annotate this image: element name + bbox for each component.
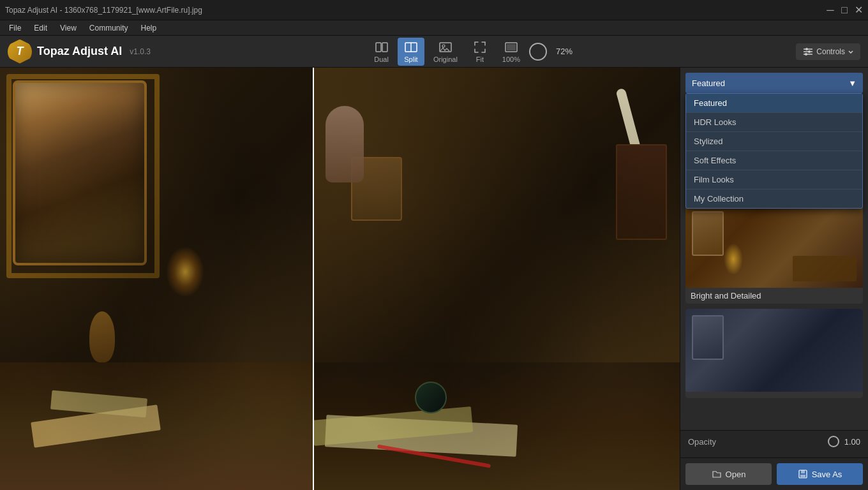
controls-icon xyxy=(802,46,814,57)
filter-card-bright-detailed[interactable]: Bright and Detailed xyxy=(685,205,863,304)
filter-dropdown-button[interactable]: Featured ▼ xyxy=(685,73,863,93)
view-original-button[interactable]: Original xyxy=(427,38,464,66)
dual-label: Dual xyxy=(374,56,389,63)
painting-overlay-left xyxy=(0,68,313,490)
right-panel: Featured ▼ Featured HDR Looks Stylized S… xyxy=(680,68,868,490)
close-button[interactable]: ✕ xyxy=(854,6,863,15)
opacity-label: Opacity xyxy=(688,437,716,447)
app-title: Topaz Adjust AI xyxy=(37,45,122,58)
toolbar-left: T Topaz Adjust AI v1.0.3 xyxy=(8,40,151,64)
controls-button[interactable]: Controls xyxy=(796,43,860,60)
filter-dropdown-wrapper: Featured ▼ Featured HDR Looks Stylized S… xyxy=(680,68,868,98)
opacity-value: 1.00 xyxy=(844,437,860,447)
candle-glow-preview-2 xyxy=(724,243,743,275)
view-split-button[interactable]: Split xyxy=(398,38,424,66)
dropdown-option-film-looks[interactable]: Film Looks xyxy=(686,170,862,189)
dual-icon xyxy=(375,40,389,54)
app-version: v1.0.3 xyxy=(130,47,151,56)
dropdown-option-my-collection[interactable]: My Collection xyxy=(686,189,862,208)
svg-point-11 xyxy=(808,50,811,53)
svg-rect-15 xyxy=(801,470,805,473)
split-label: Split xyxy=(404,56,417,63)
menu-edit[interactable]: Edit xyxy=(27,22,54,34)
tone-circle-button[interactable] xyxy=(529,43,547,61)
toolbar-center: Dual Split Original Fit xyxy=(368,38,579,66)
dropdown-option-hdr-looks[interactable]: HDR Looks xyxy=(686,113,862,132)
menu-bar: File Edit View Community Help xyxy=(0,20,868,36)
view-100-button[interactable]: 100% xyxy=(496,38,527,66)
menu-help[interactable]: Help xyxy=(135,22,163,34)
menu-view[interactable]: View xyxy=(54,22,83,34)
svg-rect-16 xyxy=(800,475,805,477)
svg-point-5 xyxy=(442,45,445,47)
painting-overlay-right xyxy=(313,68,680,490)
dropdown-option-soft-effects[interactable]: Soft Effects xyxy=(686,151,862,170)
fit-icon xyxy=(473,40,487,54)
svg-rect-4 xyxy=(440,43,451,52)
controls-chevron-icon xyxy=(848,48,854,55)
save-icon xyxy=(798,469,808,479)
zoom100-label: 100% xyxy=(502,56,520,63)
right-panel-bottom: Opacity 1.00 xyxy=(680,430,868,457)
filter-card-label-bright-detailed: Bright and Detailed xyxy=(685,288,863,304)
svg-rect-0 xyxy=(376,43,381,52)
action-buttons: Open Save As xyxy=(680,457,868,490)
toolbar-right: Controls xyxy=(796,43,860,60)
open-button[interactable]: Open xyxy=(685,463,772,485)
main: Featured ▼ Featured HDR Looks Stylized S… xyxy=(0,68,868,490)
filter-card-label-third xyxy=(685,392,863,398)
filter-preview-portrait-3 xyxy=(692,315,724,360)
canvas-left xyxy=(0,68,313,490)
split-line[interactable] xyxy=(313,68,314,490)
filter-preview-portrait-2 xyxy=(692,211,724,256)
app-logo: T xyxy=(8,40,32,64)
title-bar: Topaz Adjust AI - 1360x768_1179921_[www.… xyxy=(0,0,868,20)
filter-card-image-third xyxy=(685,309,863,392)
minimize-button[interactable]: ─ xyxy=(826,6,835,15)
svg-point-9 xyxy=(805,48,808,50)
dropdown-arrow-icon: ▼ xyxy=(848,78,857,88)
maximize-button[interactable]: □ xyxy=(840,6,849,15)
opacity-circle-icon[interactable] xyxy=(828,436,839,447)
original-icon xyxy=(438,40,453,54)
filter-card-image-bright-detailed xyxy=(685,205,863,288)
svg-rect-1 xyxy=(382,43,387,52)
dropdown-menu: Featured HDR Looks Stylized Soft Effects… xyxy=(685,93,863,209)
dropdown-option-stylized[interactable]: Stylized xyxy=(686,132,862,151)
filter-preview-table-2 xyxy=(793,256,857,281)
canvas-image xyxy=(0,68,680,490)
fit-label: Fit xyxy=(476,56,484,63)
zoom100-icon xyxy=(504,40,518,54)
right-panel-inner: Featured ▼ Featured HDR Looks Stylized S… xyxy=(680,68,868,490)
filter-dropdown-selected: Featured xyxy=(692,78,725,88)
zoom-display: 72% xyxy=(550,44,579,59)
dropdown-option-featured[interactable]: Featured xyxy=(686,94,862,113)
save-as-label: Save As xyxy=(812,470,842,479)
menu-community[interactable]: Community xyxy=(83,22,135,34)
window-title: Topaz Adjust AI - 1360x768_1179921_[www.… xyxy=(5,6,202,15)
controls-label: Controls xyxy=(816,47,845,56)
view-fit-button[interactable]: Fit xyxy=(467,38,493,66)
svg-point-13 xyxy=(805,53,807,56)
filter-card-third[interactable] xyxy=(685,309,863,398)
svg-rect-7 xyxy=(507,44,516,50)
menu-file[interactable]: File xyxy=(3,22,27,34)
opacity-slider-row: 1.00 xyxy=(828,436,860,447)
canvas-area xyxy=(0,68,680,490)
original-label: Original xyxy=(433,56,458,63)
save-as-button[interactable]: Save As xyxy=(777,463,863,485)
opacity-row: Opacity 1.00 xyxy=(688,436,860,447)
title-bar-left: Topaz Adjust AI - 1360x768_1179921_[www.… xyxy=(5,6,202,15)
logo-text: T xyxy=(17,45,24,58)
view-dual-button[interactable]: Dual xyxy=(368,38,395,66)
title-bar-controls: ─ □ ✕ xyxy=(826,6,863,15)
open-icon xyxy=(712,469,722,479)
canvas-right xyxy=(313,68,680,490)
open-label: Open xyxy=(726,470,746,479)
split-icon xyxy=(404,40,418,54)
toolbar: T Topaz Adjust AI v1.0.3 Dual Split xyxy=(0,36,868,68)
